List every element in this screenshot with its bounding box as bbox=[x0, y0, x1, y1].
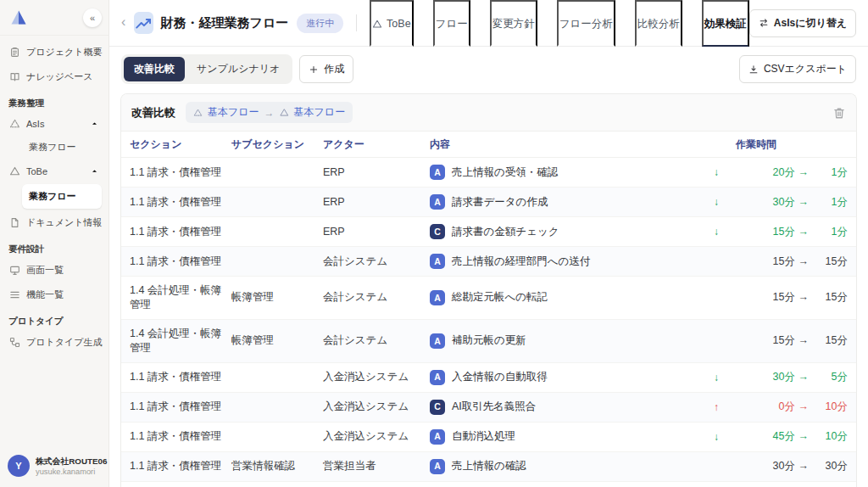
csv-export-label: CSVエクスポート bbox=[764, 62, 847, 76]
cell-content: A売上情報の確認 bbox=[430, 459, 707, 474]
cell-work-time: ↓20分 →1分 bbox=[714, 165, 848, 180]
table-body: 1.1 請求・債権管理ERPA売上情報の受領・確認↓20分 →1分1.1 請求・… bbox=[121, 158, 856, 487]
scenario-segmented-control: 改善比較サンプルシナリオ bbox=[121, 54, 292, 84]
tab-flow-analysis[interactable]: フロー分析 bbox=[557, 0, 615, 47]
back-button[interactable]: ‹ bbox=[121, 15, 129, 31]
cell-content: A入金情報の自動取得 bbox=[430, 370, 707, 385]
flow-chart-icon bbox=[134, 12, 153, 34]
sidebar-item-prototype-generate[interactable]: プロトタイプ生成 bbox=[0, 330, 108, 355]
sidebar-item-label: 画面一覧 bbox=[26, 264, 64, 277]
cell-content: A売上情報の経理部門への送付 bbox=[430, 254, 707, 269]
content-text: 売上情報の経理部門への送付 bbox=[452, 255, 590, 269]
time-before: 15分 → bbox=[727, 225, 809, 239]
sidebar-section-label-prototype: プロトタイプ bbox=[0, 307, 108, 330]
table-row[interactable]: 1.1 請求・債権管理入金消込システムCAI取引先名義照合↑0分 →10分 bbox=[121, 393, 856, 423]
tab-comparison-analysis[interactable]: 比較分析 bbox=[635, 0, 682, 47]
time-after: 15分 bbox=[809, 290, 848, 305]
app-logo-icon bbox=[8, 8, 29, 28]
sidebar-item-asis-business-flow[interactable]: 業務フロー bbox=[0, 135, 108, 160]
sidebar-item-label: プロジェクト概要 bbox=[26, 46, 103, 59]
comparison-card: 改善比較 基本フロー → 基本フロー セクションサブセクションアクター内容作業時 bbox=[120, 93, 857, 487]
cell-actor: 営業担当者 bbox=[323, 459, 423, 473]
actor-type-badge: A bbox=[430, 254, 445, 269]
cell-content: A補助元帳の更新 bbox=[430, 333, 707, 349]
header-divider bbox=[356, 14, 357, 31]
time-after: 5分 bbox=[809, 370, 848, 384]
cell-work-time: 30分 →30分 bbox=[714, 459, 848, 473]
time-after: 10分 bbox=[809, 400, 848, 414]
table-row[interactable]: 1.1 請求・債権管理ERPC請求書の金額チェック↓15分 →1分 bbox=[121, 217, 856, 247]
time-after: 15分 bbox=[809, 333, 848, 348]
cell-work-time: ↓30分 →5分 bbox=[714, 370, 848, 384]
prototype-generate-icon bbox=[9, 337, 20, 348]
time-before: 30分 → bbox=[727, 459, 809, 473]
time-before: 15分 → bbox=[727, 255, 809, 269]
chevron-up-icon bbox=[90, 119, 99, 128]
sidebar-item-document-info[interactable]: ドキュメント情報 bbox=[0, 210, 108, 235]
table-row[interactable]: 1.1 請求・債権管理営業情報確認営業担当者A売上情報の確認30分 →30分 bbox=[121, 452, 856, 482]
tobe-triangle-icon bbox=[372, 19, 382, 29]
table-row[interactable]: 1.1 請求・債権管理請求書作成経理担当者A請求書の印刷・封入30分 →30分 bbox=[121, 482, 856, 487]
table-row[interactable]: 1.1 請求・債権管理会計システムA売上情報の経理部門への送付15分 →15分 bbox=[121, 247, 856, 277]
create-button[interactable]: 作成 bbox=[299, 55, 353, 83]
sidebar-group-tobe[interactable]: ToBe bbox=[0, 160, 108, 182]
actor-type-badge: A bbox=[430, 194, 445, 210]
cell-actor: ERP bbox=[323, 195, 423, 210]
csv-export-button[interactable]: CSVエクスポート bbox=[739, 55, 856, 83]
cell-actor: 入金消込システム bbox=[323, 370, 423, 384]
table-row[interactable]: 1.4 会計処理・帳簿管理帳簿管理会計システムA総勘定元帳への転記15分 →15… bbox=[121, 277, 856, 320]
content-text: 入金情報の自動取得 bbox=[452, 370, 548, 384]
time-before: 15分 → bbox=[727, 333, 809, 348]
cell-section: 1.1 請求・債権管理 bbox=[130, 165, 225, 180]
time-after: 30分 bbox=[809, 459, 848, 473]
sidebar-item-label: 機能一覧 bbox=[26, 288, 64, 301]
table-row[interactable]: 1.1 請求・債権管理入金消込システムA自動消込処理↓45分 →10分 bbox=[121, 423, 856, 452]
cell-actor: 会計システム bbox=[323, 290, 423, 305]
time-before: 45分 → bbox=[727, 429, 809, 444]
content-text: 請求書データの作成 bbox=[452, 195, 548, 210]
cell-actor: ERP bbox=[323, 165, 423, 180]
sidebar-item-tobe-business-flow[interactable]: 業務フロー bbox=[22, 184, 102, 209]
cell-work-time: ↓30分 →1分 bbox=[714, 195, 848, 210]
document-info-icon bbox=[9, 217, 20, 228]
sidebar-header: « bbox=[0, 0, 108, 36]
cell-content: A請求書データの作成 bbox=[430, 194, 707, 210]
sidebar-item-screen-list[interactable]: 画面一覧 bbox=[0, 258, 108, 283]
trend-down-icon: ↓ bbox=[714, 226, 727, 238]
flow-chip-arrow: → bbox=[264, 107, 275, 119]
cell-work-time: ↓45分 →10分 bbox=[714, 429, 848, 444]
table-row[interactable]: 1.1 請求・債権管理ERPA請求書データの作成↓30分 →1分 bbox=[121, 188, 856, 217]
content-text: 売上情報の受領・確認 bbox=[452, 165, 558, 180]
sidebar-group-label: ToBe bbox=[26, 166, 47, 176]
tab-change-policy[interactable]: 変更方針 bbox=[490, 0, 537, 47]
sidebar-item-project-overview[interactable]: プロジェクト概要 bbox=[0, 40, 108, 64]
segment-sample-scenario[interactable]: サンプルシナリオ bbox=[186, 57, 290, 81]
tab-effect-verification[interactable]: 効果検証 bbox=[702, 0, 749, 47]
user-profile[interactable]: Y 株式会社ROUTE06 yusuke.kanamori bbox=[0, 445, 108, 487]
sidebar-item-function-list[interactable]: 機能一覧 bbox=[0, 283, 108, 307]
content-text: 総勘定元帳への転記 bbox=[452, 290, 548, 305]
cell-section: 1.4 会計処理・帳簿管理 bbox=[130, 327, 225, 355]
delete-comparison-icon[interactable] bbox=[832, 106, 846, 120]
switch-to-asis-button[interactable]: AsIsに切り替え bbox=[749, 9, 856, 37]
sidebar-group-asis[interactable]: AsIs bbox=[0, 112, 108, 135]
tab-label: 効果検証 bbox=[704, 17, 747, 31]
table-row[interactable]: 1.4 会計処理・帳簿管理帳簿管理会計システムA補助元帳の更新15分 →15分 bbox=[121, 320, 856, 363]
cell-actor: 入金消込システム bbox=[323, 400, 423, 414]
top-header: ‹ 財務・経理業務フロー 進行中 ToBeフロー変更方針フロー分析比較分析効果検… bbox=[109, 0, 868, 47]
tab-flow[interactable]: フロー bbox=[433, 0, 470, 47]
table-row[interactable]: 1.1 請求・債権管理ERPA売上情報の受領・確認↓20分 →1分 bbox=[121, 158, 856, 188]
cell-actor: 入金消込システム bbox=[323, 429, 423, 444]
segment-improvement-comparison[interactable]: 改善比較 bbox=[124, 57, 185, 81]
tab-tobe[interactable]: ToBe bbox=[370, 0, 414, 47]
cell-subsection: 営業情報確認 bbox=[231, 459, 316, 473]
cell-section: 1.4 会計処理・帳簿管理 bbox=[130, 283, 225, 312]
download-icon bbox=[748, 64, 759, 75]
table-row[interactable]: 1.1 請求・債権管理入金消込システムA入金情報の自動取得↓30分 →5分 bbox=[121, 363, 856, 393]
sidebar-collapse-button[interactable]: « bbox=[83, 8, 102, 27]
sidebar-item-knowledge-base[interactable]: ナレッジベース bbox=[0, 64, 108, 89]
actor-type-badge: A bbox=[430, 459, 445, 474]
user-company: 株式会社ROUTE06 bbox=[36, 456, 107, 467]
time-after: 1分 bbox=[809, 225, 848, 239]
flow-comparison-chip[interactable]: 基本フロー → 基本フロー bbox=[186, 102, 353, 123]
